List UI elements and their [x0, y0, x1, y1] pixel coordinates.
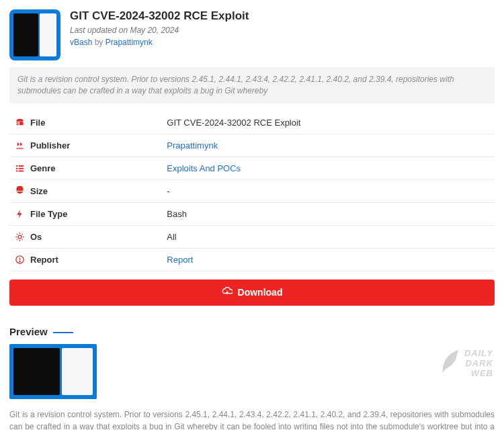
- detail-label: Report: [30, 255, 58, 265]
- summary-box: Git is a revision control system. Prior …: [9, 67, 495, 103]
- table-row: File TypeBash: [9, 202, 495, 225]
- header: GIT CVE-2024-32002 RCE Exploit Last upda…: [9, 9, 495, 60]
- table-row: OsAll: [9, 225, 495, 248]
- detail-value: All: [167, 232, 176, 242]
- detail-label: File: [30, 118, 45, 128]
- detail-label-cell: Size: [9, 180, 79, 202]
- detail-value: Bash: [167, 209, 187, 219]
- wing-icon: [439, 348, 460, 378]
- detail-label: Os: [30, 232, 42, 242]
- download-button[interactable]: Download: [9, 280, 495, 306]
- header-meta: GIT CVE-2024-32002 RCE Exploit Last upda…: [70, 9, 249, 60]
- byline: vBash by Prapattimynk: [70, 38, 249, 47]
- table-row: Size-: [9, 179, 495, 202]
- detail-value-cell: Exploits And POCs: [161, 157, 495, 179]
- detail-label-cell: Genre: [9, 157, 79, 179]
- detail-value-link[interactable]: Exploits And POCs: [167, 163, 241, 173]
- detail-value-link[interactable]: Report: [167, 255, 193, 265]
- detail-label-cell: Os: [9, 226, 79, 248]
- svg-point-10: [19, 261, 20, 261]
- page-title: GIT CVE-2024-32002 RCE Exploit: [70, 9, 249, 23]
- detail-value-cell: GIT CVE-2024-32002 RCE Exploit: [161, 112, 495, 134]
- heading-underline: [53, 332, 73, 333]
- last-updated: Last updated on May 20, 2024: [70, 26, 249, 35]
- download-cloud-icon: [222, 286, 233, 299]
- table-row: GenreExploits And POCs: [9, 157, 495, 179]
- svg-rect-5: [19, 170, 24, 171]
- detail-value-cell: All: [161, 225, 495, 248]
- detail-label-cell: File Type: [9, 203, 79, 225]
- detail-value: GIT CVE-2024-32002 RCE Exploit: [167, 118, 300, 128]
- details-table: FileGIT CVE-2024-32002 RCE ExploitPublis…: [9, 112, 495, 271]
- detail-value-cell: -: [161, 179, 495, 202]
- updated-prefix: Last updated on: [70, 26, 130, 35]
- type-link[interactable]: vBash: [70, 38, 92, 47]
- preview-heading-text: Preview: [9, 326, 48, 337]
- updated-date: May 20, 2024: [130, 26, 179, 35]
- detail-label: Publisher: [30, 140, 70, 150]
- bolt-icon: [15, 209, 25, 219]
- detail-value-link[interactable]: Prapattimynk: [167, 140, 218, 150]
- detail-value-cell: Prapattimynk: [161, 134, 495, 157]
- svg-rect-2: [16, 167, 18, 169]
- publisher-icon: [15, 140, 25, 150]
- download-label: Download: [238, 287, 283, 298]
- table-row: ReportReport: [9, 248, 495, 271]
- svg-point-7: [18, 235, 22, 239]
- watermark-text: DAILYDARKWEB: [464, 348, 493, 378]
- svg-rect-3: [19, 167, 24, 169]
- report-info-icon: [15, 255, 25, 265]
- svg-rect-0: [16, 165, 18, 167]
- preview-description: Git is a revision control system. Prior …: [9, 408, 495, 430]
- detail-label: File Type: [30, 209, 67, 219]
- detail-value-cell: Report: [161, 248, 495, 271]
- detail-label-cell: File: [9, 112, 79, 134]
- svg-rect-4: [16, 170, 18, 171]
- preview-area: DAILYDARKWEB: [9, 344, 495, 399]
- os-gear-icon: [15, 232, 25, 242]
- genre-list-icon: [15, 163, 25, 173]
- table-row: PublisherPrapattimynk: [9, 134, 495, 157]
- author-link[interactable]: Prapattimynk: [106, 38, 153, 47]
- detail-label-cell: Publisher: [9, 134, 79, 157]
- header-thumbnail: [9, 9, 60, 60]
- byline-by: by: [92, 38, 105, 47]
- preview-section: Preview DAILYDARKWEB Git is a revision c…: [9, 326, 495, 430]
- detail-label-cell: Report: [9, 249, 79, 271]
- detail-value-cell: Bash: [161, 202, 495, 225]
- table-row: FileGIT CVE-2024-32002 RCE Exploit: [9, 112, 495, 134]
- detail-label: Size: [30, 186, 48, 196]
- size-icon: [15, 186, 25, 196]
- preview-heading: Preview: [9, 326, 495, 337]
- svg-rect-1: [19, 165, 24, 167]
- svg-rect-6: [17, 190, 24, 191]
- file-icon: [15, 118, 25, 128]
- preview-thumbnail[interactable]: [9, 344, 97, 399]
- detail-value: -: [167, 186, 169, 196]
- watermark: DAILYDARKWEB: [419, 348, 493, 378]
- detail-label: Genre: [30, 163, 56, 173]
